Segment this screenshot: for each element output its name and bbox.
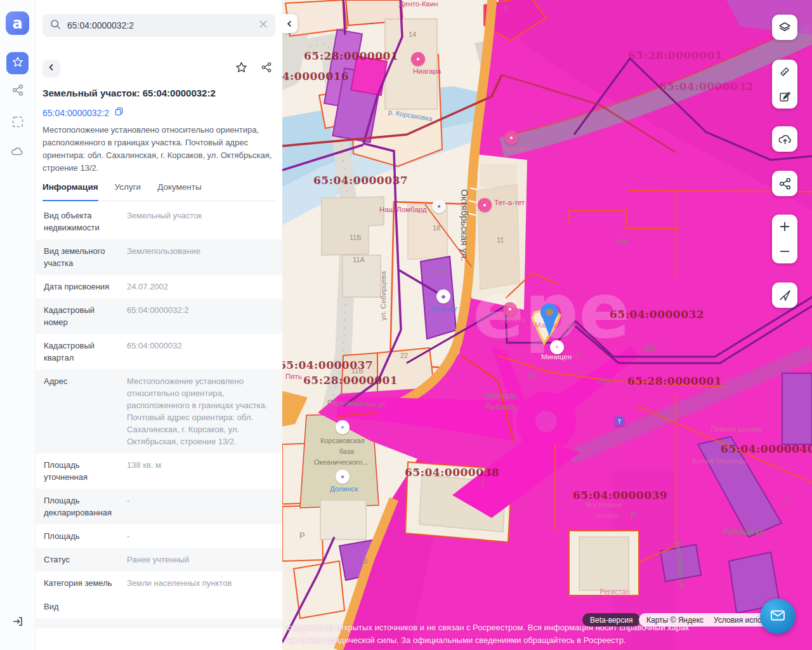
exit-icon xyxy=(11,615,24,630)
navigation-arrow-icon xyxy=(777,288,792,303)
share-nodes-icon xyxy=(778,176,792,191)
table-row xyxy=(36,618,282,628)
row-value: 65:04:0000032 xyxy=(127,340,274,364)
table-row: Вид xyxy=(36,595,282,618)
table-row: Площадь- xyxy=(36,524,282,548)
favorites-nav-button[interactable] xyxy=(6,52,29,74)
row-value: Земельный участок xyxy=(127,209,274,234)
row-label: Адрес xyxy=(44,375,127,448)
zoom-out-button[interactable] xyxy=(778,244,792,258)
tab-documents[interactable]: Документы xyxy=(157,182,202,201)
app-logo[interactable]: a xyxy=(6,11,29,35)
row-value: Ранее учтенный xyxy=(127,554,274,566)
row-label: Вид xyxy=(44,600,127,613)
terms-link[interactable]: Условия испол xyxy=(714,616,766,625)
back-button[interactable] xyxy=(43,60,60,77)
row-value: 65:04:0000032:2 xyxy=(127,304,274,328)
row-label: Статус xyxy=(44,554,127,566)
table-row: Кадастровый квартал65:04:0000032 xyxy=(36,334,282,369)
map-disclaimer-line2: не имеет юридической силы. За официальны… xyxy=(287,635,812,645)
search-input[interactable] xyxy=(67,20,259,30)
table-row: Кадастровый номер65:04:0000032:2 xyxy=(36,298,282,334)
search-icon xyxy=(50,19,61,32)
share-map-button[interactable] xyxy=(772,171,797,196)
map-viewport[interactable]: ереДенто-КвинНиагараПингвинНаш ЛомбардТе… xyxy=(282,0,812,650)
layers-icon xyxy=(777,20,792,35)
layers-button[interactable] xyxy=(772,15,797,40)
details-panel: Земельный участок: 65:04:0000032:2 65:04… xyxy=(35,0,282,650)
objects-nav-button[interactable] xyxy=(10,84,25,98)
dashed-square-icon xyxy=(11,116,24,131)
table-row: Вид объекта недвижимостиЗемельный участо… xyxy=(36,204,282,239)
row-value: - xyxy=(127,530,274,542)
row-label: Площадь декларированная xyxy=(44,494,127,519)
share-nodes-icon xyxy=(260,61,273,76)
star-outline-icon xyxy=(235,61,248,77)
measure-draw-button-group[interactable] xyxy=(772,60,797,109)
table-row: Площадь уточненная138 кв. м xyxy=(36,453,282,489)
zoom-in-button[interactable] xyxy=(778,220,792,234)
table-row: АдресМестоположение установлено относите… xyxy=(36,369,282,453)
cloud-nav-button[interactable] xyxy=(10,145,25,160)
ruler-icon xyxy=(777,64,792,79)
zoom-control xyxy=(772,215,797,263)
row-value: Земли населенных пунктов xyxy=(127,577,274,589)
upload-button[interactable] xyxy=(772,126,797,152)
collapse-panel-button[interactable] xyxy=(282,14,298,33)
row-value: Землепользование xyxy=(127,245,274,269)
star-icon xyxy=(11,56,24,71)
envelope-icon xyxy=(769,607,786,626)
tab-bar: Информация Услуги Документы xyxy=(43,182,275,201)
row-label: Кадастровый квартал xyxy=(44,340,127,364)
tab-information[interactable]: Информация xyxy=(43,182,98,201)
row-label: Категория земель xyxy=(44,577,127,589)
table-row: Дата присвоения24.07.2002 xyxy=(36,275,282,298)
row-label: Площадь xyxy=(44,530,127,542)
edit-icon xyxy=(777,89,792,104)
locate-button[interactable] xyxy=(772,282,797,308)
row-label: Вид объекта недвижимости xyxy=(44,209,127,234)
login-button[interactable] xyxy=(10,615,25,630)
app-root: a xyxy=(0,0,812,650)
object-header xyxy=(43,60,275,77)
page-title: Земельный участок: 65:04:0000032:2 xyxy=(43,88,275,98)
chat-button[interactable] xyxy=(760,599,796,634)
yandex-attribution-link[interactable]: Карты © Яндекс xyxy=(646,616,704,625)
table-row: Категория земельЗемли населенных пунктов xyxy=(36,571,282,595)
row-value: - xyxy=(127,494,274,519)
select-area-nav-button[interactable] xyxy=(10,116,25,130)
copy-icon[interactable] xyxy=(114,107,124,119)
chevron-left-icon xyxy=(47,63,56,74)
share-nodes-icon xyxy=(11,83,25,100)
row-label: Кадастровый номер xyxy=(44,304,127,328)
table-row: СтатусРанее учтенный xyxy=(36,548,282,571)
beta-badge: Beta-версия xyxy=(582,613,640,627)
row-label: Вид земельного участка xyxy=(44,245,127,269)
row-value: 24.07.2002 xyxy=(127,281,274,293)
table-row: Вид земельного участкаЗемлепользование xyxy=(36,239,282,275)
attribution-bar: Карты © Яндекс Условия испол xyxy=(639,613,773,627)
cadastral-number-link[interactable]: 65:04:0000032:2 xyxy=(43,108,109,118)
share-object-button[interactable] xyxy=(258,60,275,77)
cloud-icon xyxy=(10,144,25,161)
row-value xyxy=(127,600,274,613)
selected-parcel-pin[interactable] xyxy=(534,301,565,339)
row-label: Площадь уточненная xyxy=(44,459,127,483)
tab-services[interactable]: Услуги xyxy=(115,182,141,201)
favorite-object-button[interactable] xyxy=(232,60,250,77)
search-bar xyxy=(43,14,275,37)
cloud-upload-icon xyxy=(777,131,793,147)
table-row: Площадь декларированная- xyxy=(36,489,282,524)
clear-search-icon[interactable] xyxy=(259,20,268,31)
row-label: Дата присвоения xyxy=(44,281,127,293)
nav-rail: a xyxy=(0,0,35,650)
info-table: Вид объекта недвижимостиЗемельный участо… xyxy=(36,204,282,628)
row-value: Местоположение установлено относительно … xyxy=(127,375,274,448)
row-value: 138 кв. м xyxy=(127,459,274,483)
object-description: Местоположение установлено относительно … xyxy=(43,124,275,175)
